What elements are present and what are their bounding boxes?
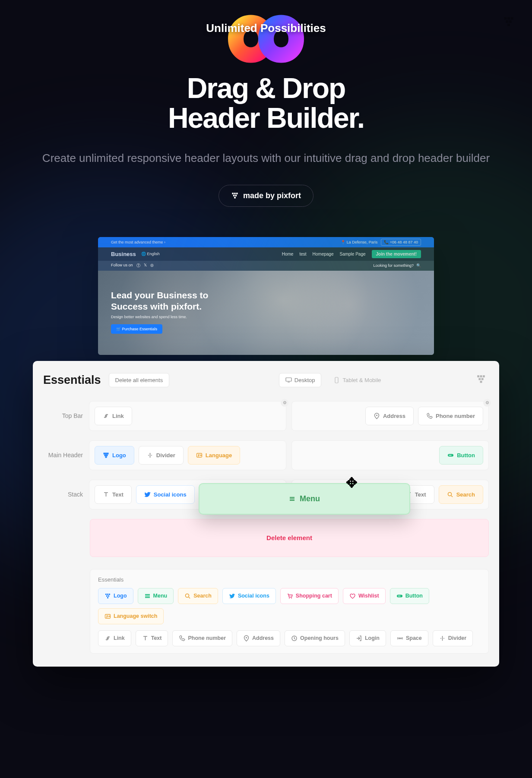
search-icon xyxy=(184,593,191,599)
nav-item[interactable]: test xyxy=(299,252,306,256)
divider-icon xyxy=(439,635,446,642)
facebook-icon[interactable]: ⓕ xyxy=(136,263,140,269)
btn-icon xyxy=(447,452,454,459)
text-icon xyxy=(103,491,109,498)
element-phone-number[interactable]: Phone number xyxy=(418,407,483,425)
nav-cta[interactable]: Join the movement! xyxy=(372,250,421,258)
preview-hero-title: Lead your Business toSuccess with pixfor… xyxy=(111,290,421,313)
element-divider[interactable]: Divider xyxy=(139,446,184,465)
dropzone-main-right[interactable]: Button xyxy=(291,440,489,470)
row-label-stack: Stack xyxy=(43,491,83,498)
element-search[interactable]: Search xyxy=(439,485,483,504)
login-icon xyxy=(356,635,362,642)
element-text[interactable]: Text xyxy=(95,485,132,504)
nav-item[interactable]: Homepage xyxy=(313,252,334,256)
element-link[interactable]: Link xyxy=(98,630,131,646)
delete-dropzone[interactable]: Delete element xyxy=(90,519,489,557)
element-button[interactable]: Button xyxy=(390,588,429,604)
lang-icon xyxy=(104,613,111,620)
element-text[interactable]: Text xyxy=(136,630,168,646)
element-divider[interactable]: Divider xyxy=(433,630,473,646)
header-preview: Get the most advanced theme › 📍 La Defen… xyxy=(98,237,434,355)
element-address[interactable]: Address xyxy=(237,630,280,646)
twitter-icon[interactable]: 𝕏 xyxy=(144,263,147,269)
menu-icon xyxy=(289,496,295,502)
twitter-icon xyxy=(229,593,235,599)
phone-icon xyxy=(179,635,185,642)
gear-icon[interactable]: ⚙ xyxy=(281,399,288,407)
topbar-phone: 📞 +06 48 48 87 40 xyxy=(381,239,421,246)
lang-icon xyxy=(196,452,203,459)
pixfort-icon xyxy=(231,191,239,200)
element-language-switch[interactable]: Language switch xyxy=(98,608,164,624)
preview-hero-subtitle: Design better websites and spend less ti… xyxy=(111,315,421,319)
move-cursor-icon: ✥ xyxy=(346,474,358,491)
tower-icon xyxy=(103,452,109,459)
instagram-icon[interactable]: ◎ xyxy=(150,263,154,269)
twitter-icon xyxy=(144,491,151,498)
nav-language: 🌐 English xyxy=(141,252,160,256)
element-language[interactable]: Language xyxy=(188,446,240,465)
element-search[interactable]: Search xyxy=(178,588,218,604)
element-phone-number[interactable]: Phone number xyxy=(172,630,232,646)
cart-icon xyxy=(287,593,293,599)
made-by-pill[interactable]: made by pixfort xyxy=(218,185,314,207)
element-link[interactable]: Link xyxy=(95,407,132,425)
header-builder-panel: Essentials Delete all elements Desktop T… xyxy=(33,361,499,667)
btn-icon xyxy=(396,593,403,599)
desktop-icon xyxy=(285,377,292,383)
element-address[interactable]: Address xyxy=(365,407,414,425)
element-shopping-cart[interactable]: Shopping cart xyxy=(280,588,339,604)
link-icon xyxy=(103,413,109,419)
element-menu[interactable]: Menu xyxy=(138,588,174,604)
nav-item[interactable]: Sample Page xyxy=(339,252,365,256)
gear-icon[interactable]: ⚙ xyxy=(483,399,491,407)
heart-icon xyxy=(349,593,356,599)
element-social-icons[interactable]: Social icons xyxy=(222,588,276,604)
element-space[interactable]: Space xyxy=(390,630,428,646)
element-logo[interactable]: Logo xyxy=(95,446,134,465)
divider-icon xyxy=(147,452,153,459)
dropzone-main-left[interactable]: LogoDividerLanguage xyxy=(89,440,286,470)
element-login[interactable]: Login xyxy=(349,630,386,646)
brand: Business xyxy=(111,251,136,257)
hero-title: Drag & DropHeader Builder. xyxy=(0,73,532,133)
search-icon xyxy=(447,491,453,498)
link-icon xyxy=(104,635,111,642)
element-button[interactable]: Button xyxy=(439,446,483,465)
nav-item[interactable]: Home xyxy=(282,252,294,256)
pin-icon xyxy=(374,413,380,419)
dropzone-topbar-right[interactable]: ⚙ AddressPhone number xyxy=(291,401,489,431)
svg-rect-15 xyxy=(335,377,338,383)
clock-icon xyxy=(291,635,298,642)
search-row[interactable]: Looking for something? 🔍 xyxy=(373,263,421,268)
space-icon xyxy=(397,635,403,642)
text-icon xyxy=(142,635,149,642)
mobile-view-tab[interactable]: Tablet & Mobile xyxy=(327,373,387,387)
infinity-graphic: Unlimited Possibilities xyxy=(206,4,326,75)
hero-badge: Unlimited Possibilities xyxy=(206,22,326,35)
palette-title: Essentials xyxy=(98,576,481,583)
element-wishlist[interactable]: Wishlist xyxy=(343,588,386,604)
topbar-tagline: Get the most advanced theme › xyxy=(111,240,165,244)
row-label-main: Main Header xyxy=(43,452,83,459)
phone-icon xyxy=(426,413,433,419)
builder-logo xyxy=(476,373,486,387)
delete-all-button[interactable]: Delete all elements xyxy=(109,373,170,387)
svg-rect-14 xyxy=(286,378,291,381)
topbar-address: 📍 La Defense, Paris xyxy=(341,240,377,244)
builder-title: Essentials xyxy=(43,373,101,387)
tower-icon xyxy=(104,593,111,599)
dragging-element-menu[interactable]: ✥ Menu xyxy=(199,483,410,515)
search-icon: 🔍 xyxy=(416,263,421,268)
mobile-icon xyxy=(333,377,340,383)
element-logo[interactable]: Logo xyxy=(98,588,133,604)
dropzone-topbar-left[interactable]: ⚙ Link xyxy=(89,401,286,431)
element-social-icons[interactable]: Social icons xyxy=(136,485,195,504)
menu-icon xyxy=(144,593,151,599)
desktop-view-tab[interactable]: Desktop xyxy=(279,373,322,387)
preview-purchase-button[interactable]: 🛒 Purchase Essentials xyxy=(111,324,162,334)
element-opening-hours[interactable]: Opening hours xyxy=(285,630,345,646)
element-palette: Essentials LogoMenuSearchSocial iconsSho… xyxy=(90,569,489,654)
row-label-topbar: Top Bar xyxy=(43,412,83,419)
